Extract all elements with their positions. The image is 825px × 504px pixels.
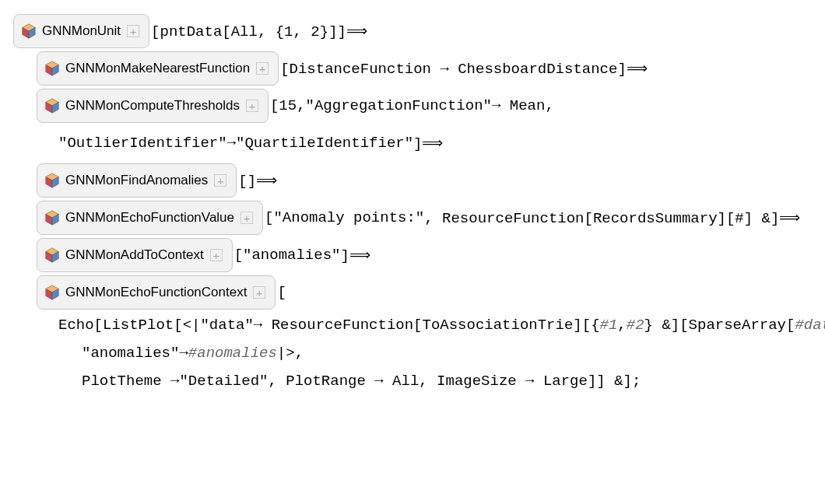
slot-ref: #data: [795, 317, 825, 334]
resource-fn-pill-addtocontext[interactable]: GNNMonAddToContext +: [37, 238, 233, 272]
string-literal: "anomalies": [82, 345, 179, 362]
code-text: ]⟹: [413, 134, 443, 152]
expand-icon[interactable]: +: [240, 212, 253, 224]
pill-label: GNNMonEchoFunctionValue: [65, 210, 234, 226]
expand-icon[interactable]: +: [256, 62, 269, 75]
expand-icon[interactable]: +: [127, 25, 139, 37]
resource-fn-pill-makenearest[interactable]: GNNMonMakeNearestFunction +: [37, 51, 279, 86]
cube-icon: [44, 172, 61, 189]
resource-fn-pill-computethresholds[interactable]: GNNMonComputeThresholds +: [37, 89, 269, 123]
expand-icon[interactable]: +: [253, 286, 265, 299]
code-text: [: [265, 209, 273, 226]
code-text: } &][SparseArray[: [644, 317, 795, 334]
code-text: , ResourceFunction[RecordsSummary][#] &]…: [424, 208, 800, 227]
code-text: PlotTheme →: [82, 373, 179, 390]
string-literal: "anomalies": [243, 247, 340, 264]
string-literal: "Detailed": [179, 373, 268, 390]
code-text: , PlotRange → All, ImageSize → Large]] &…: [268, 373, 641, 390]
code-text: → Mean,: [492, 97, 554, 114]
cube-icon: [44, 247, 61, 264]
expand-icon[interactable]: +: [214, 174, 226, 187]
code-text: ]⟹: [340, 246, 370, 264]
cube-icon: [44, 60, 61, 77]
resource-fn-pill-echocontext[interactable]: GNNMonEchoFunctionContext +: [37, 275, 276, 310]
code-text: [pntData[All, {1, 2}]]⟹: [151, 22, 367, 40]
slot-ref: #anomalies: [188, 345, 277, 362]
code-text: [: [277, 284, 286, 301]
cube-icon: [44, 284, 61, 301]
code-text: [DistanceFunction → ChessboardDistance]⟹: [280, 59, 648, 78]
code-text: |>,: [277, 345, 304, 362]
code-text: [15,: [270, 97, 306, 114]
code-text: ,: [617, 317, 626, 334]
code-text: → ResourceFunction[ToAssociationTrie][{: [254, 317, 600, 334]
cube-icon: [44, 97, 61, 114]
resource-fn-pill-findanomalies[interactable]: GNNMonFindAnomalies +: [37, 163, 237, 198]
string-literal: "QuartileIdentifier": [236, 135, 413, 152]
string-literal: "OutlierIdentifier": [58, 135, 227, 152]
pill-label: GNNMonComputeThresholds: [65, 98, 240, 114]
resource-fn-pill-echovalue[interactable]: GNNMonEchoFunctionValue +: [37, 201, 263, 235]
pill-label: GNNMonFindAnomalies: [65, 173, 208, 188]
pill-label: GNNMonMakeNearestFunction: [65, 61, 250, 76]
pill-label: GNNMonAddToContext: [65, 247, 204, 263]
expand-icon[interactable]: +: [246, 100, 258, 112]
string-literal: "data": [200, 317, 253, 334]
resource-fn-pill-unit[interactable]: GNNMonUnit +: [13, 14, 149, 48]
string-literal: "Anomaly points:": [273, 209, 424, 226]
code-text: [: [234, 247, 243, 264]
slot-ref: #1: [600, 317, 618, 334]
pill-label: GNNMonEchoFunctionContext: [65, 285, 247, 300]
cube-icon: [44, 209, 61, 226]
string-literal: "AggregationFunction": [306, 97, 492, 114]
pill-label: GNNMonUnit: [42, 23, 121, 39]
slot-ref: #2: [627, 317, 644, 334]
code-text: →: [179, 345, 188, 362]
expand-icon[interactable]: +: [210, 249, 223, 261]
code-text: []⟹: [238, 171, 277, 190]
code-text: Echo[ListPlot[<|: [58, 317, 200, 334]
cube-icon: [20, 23, 37, 40]
code-text: →: [227, 135, 236, 152]
